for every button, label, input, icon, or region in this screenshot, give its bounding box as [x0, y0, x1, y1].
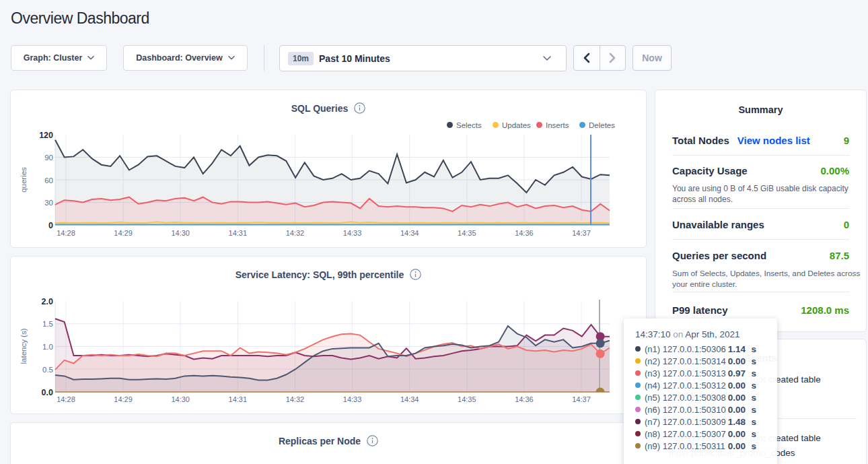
- svg-text:14:30: 14:30: [171, 229, 190, 237]
- svg-text:14:29: 14:29: [114, 229, 133, 237]
- svg-text:queries: queries: [20, 167, 28, 193]
- svg-text:14:37: 14:37: [572, 395, 591, 403]
- svg-text:14:33: 14:33: [343, 229, 362, 237]
- svg-text:14:28: 14:28: [57, 395, 75, 403]
- svg-text:120: 120: [39, 131, 53, 140]
- svg-text:14:28: 14:28: [57, 229, 75, 237]
- svg-text:14:34: 14:34: [400, 229, 419, 237]
- svg-text:14:36: 14:36: [515, 395, 534, 403]
- svg-text:1.5: 1.5: [42, 320, 53, 328]
- svg-text:14:32: 14:32: [286, 229, 305, 237]
- svg-text:0.0: 0.0: [42, 388, 53, 397]
- svg-text:14:35: 14:35: [458, 229, 476, 237]
- svg-text:60: 60: [44, 176, 53, 185]
- svg-text:14:29: 14:29: [114, 395, 133, 403]
- svg-text:0: 0: [48, 221, 53, 230]
- svg-text:14:36: 14:36: [515, 229, 534, 237]
- svg-text:0.5: 0.5: [42, 366, 53, 374]
- svg-text:14:31: 14:31: [229, 395, 248, 403]
- svg-text:14:37: 14:37: [572, 229, 591, 237]
- svg-text:2.0: 2.0: [42, 297, 53, 306]
- svg-text:14:32: 14:32: [286, 395, 305, 403]
- svg-text:14:30: 14:30: [171, 395, 190, 403]
- svg-text:latency (s): latency (s): [20, 328, 28, 364]
- svg-text:14:35: 14:35: [458, 395, 476, 403]
- svg-text:90: 90: [44, 154, 53, 162]
- svg-text:14:34: 14:34: [400, 395, 419, 403]
- svg-text:14:31: 14:31: [229, 229, 248, 237]
- svg-text:1.0: 1.0: [42, 343, 53, 351]
- svg-text:30: 30: [44, 199, 53, 207]
- svg-text:14:33: 14:33: [343, 395, 362, 403]
